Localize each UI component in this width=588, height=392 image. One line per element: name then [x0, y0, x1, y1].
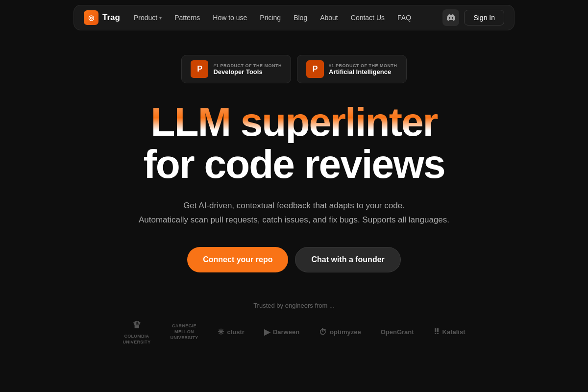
- producthunt-icon-2: P: [306, 60, 324, 78]
- product-badges: P #1 Product of the Month Developer Tool…: [181, 55, 406, 83]
- optimyzee-icon: ⏱: [319, 328, 327, 337]
- cta-buttons: Connect your repo Chat with a founder: [187, 247, 401, 272]
- chat-founder-button[interactable]: Chat with a founder: [295, 247, 400, 272]
- badge-ai[interactable]: P #1 Product of the Month Artificial Int…: [297, 55, 407, 83]
- nav-item-blog[interactable]: Blog: [288, 11, 313, 24]
- logo-text: Trag: [102, 13, 120, 23]
- logo[interactable]: ◎ Trag: [84, 10, 120, 25]
- trusted-label: Trusted by engineers from ...: [253, 302, 335, 309]
- clustr-icon: ✳: [218, 327, 224, 337]
- nav-item-pricing[interactable]: Pricing: [254, 11, 287, 24]
- nav-item-faq[interactable]: FAQ: [392, 11, 417, 24]
- connect-repo-button[interactable]: Connect your repo: [187, 247, 288, 272]
- badge-developer-tools[interactable]: P #1 Product of the Month Developer Tool…: [181, 55, 291, 83]
- hero-section: P #1 Product of the Month Developer Tool…: [0, 35, 588, 345]
- badge-subtitle-1: #1 Product of the Month: [213, 63, 282, 68]
- trusted-section: Trusted by engineers from ... ♛ Columbia…: [0, 302, 588, 345]
- heading-line-1: LLM superlinter: [143, 101, 444, 143]
- logo-columbia: ♛ ColumbiaUniversity: [122, 319, 150, 345]
- chevron-down-icon: ▾: [159, 15, 162, 21]
- katalist-icon: ⠿: [434, 327, 440, 337]
- nav-item-contact[interactable]: Contact Us: [345, 11, 391, 24]
- navbar: ◎ Trag Product ▾ Patterns How to use Pri…: [0, 0, 588, 35]
- nav-item-product[interactable]: Product ▾: [128, 11, 168, 24]
- hero-subtext: Get AI-driven, contextual feedback that …: [139, 199, 449, 227]
- badge-title-1: Developer Tools: [213, 68, 282, 75]
- badge-title-2: Artificial Intelligence: [329, 68, 397, 75]
- nav-items: Product ▾ Patterns How to use Pricing Bl…: [128, 11, 439, 24]
- main-heading: LLM superlinter for code reviews: [143, 101, 444, 185]
- logo-optimyzee: ⏱ optimyzee: [319, 328, 361, 337]
- darween-icon: ▶: [264, 327, 270, 337]
- heading-line-2: for code reviews: [143, 143, 444, 185]
- logo-opengrant: OpenGrant: [381, 328, 414, 336]
- producthunt-icon: P: [191, 60, 208, 78]
- trusted-logos: ♛ ColumbiaUniversity CarnegieMellonUnive…: [122, 319, 465, 345]
- discord-button[interactable]: [442, 9, 459, 26]
- signin-button[interactable]: Sign In: [464, 10, 504, 25]
- logo-clustr: ✳ clustr: [218, 327, 244, 337]
- nav-item-howtouse[interactable]: How to use: [207, 11, 253, 24]
- crown-icon: ♛: [132, 319, 141, 331]
- nav-item-patterns[interactable]: Patterns: [169, 11, 206, 24]
- nav-item-about[interactable]: About: [314, 11, 344, 24]
- subtext-line-1: Get AI-driven, contextual feedback that …: [139, 199, 449, 213]
- logo-cmu: CarnegieMellonUniversity: [170, 323, 198, 341]
- logo-darween: ▶ Darween: [264, 327, 299, 337]
- logo-katalist: ⠿ Katalist: [434, 327, 466, 337]
- logo-icon: ◎: [84, 10, 98, 25]
- subtext-line-2: Automatically scan pull requests, catch …: [139, 213, 449, 227]
- badge-subtitle-2: #1 Product of the Month: [329, 63, 397, 68]
